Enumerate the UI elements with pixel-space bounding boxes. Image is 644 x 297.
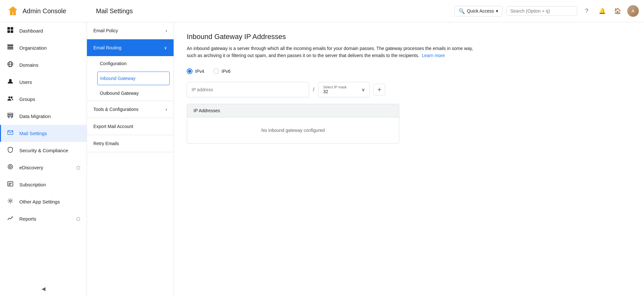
home-button[interactable]: 🏠 — [612, 5, 623, 17]
sidebar-item-label: Mail Settings — [19, 131, 80, 136]
svg-rect-20 — [8, 182, 13, 186]
svg-point-12 — [9, 79, 12, 82]
groups-icon — [6, 95, 14, 103]
sidebar-item-label: Groups — [19, 96, 80, 102]
sidebar-collapse-button[interactable]: ◀ — [0, 281, 87, 297]
nav-section-email-routing: Email Routing ∨ Configuration Inbound Ga… — [87, 39, 174, 101]
sidebar-item-domains[interactable]: Domains — [0, 56, 87, 74]
nav-section-tools-configurations: Tools & Configurations › — [87, 101, 174, 118]
content-area: Inbound Gateway IP Addresses An inbound … — [174, 22, 644, 297]
sidebar-item-label: Organization — [19, 45, 80, 51]
export-mail-label: Export Mail Account — [93, 124, 133, 129]
tools-configurations-label: Tools & Configurations — [93, 107, 138, 112]
user-avatar[interactable]: A — [627, 5, 639, 17]
search-icon: 🔍 — [459, 8, 465, 14]
nav-item-email-routing[interactable]: Email Routing ∨ — [87, 39, 174, 56]
chevron-right-icon: › — [166, 107, 167, 112]
svg-rect-3 — [7, 30, 10, 33]
svg-rect-2 — [11, 27, 13, 30]
nav-sub-item-inbound-gateway[interactable]: Inbound Gateway — [97, 72, 170, 85]
sidebar-item-label: Reports — [19, 216, 71, 222]
sidebar-item-label: Dashboard — [19, 28, 80, 34]
sidebar-item-groups[interactable]: Groups — [0, 91, 87, 108]
sidebar-item-subscription[interactable]: Subscription — [0, 176, 87, 193]
sidebar-item-other-app-settings[interactable]: Other App Settings — [0, 193, 87, 210]
quick-access-label: Quick Access — [467, 8, 494, 14]
svg-point-18 — [8, 164, 13, 169]
ipv4-radio-circle — [187, 68, 193, 74]
chevron-down-icon: ∨ — [362, 87, 365, 92]
header: Admin Console Mail Settings 🔍 Quick Acce… — [0, 0, 644, 22]
ip-table-empty-message: No inbound gateway configured — [187, 117, 399, 143]
svg-rect-4 — [11, 30, 13, 33]
svg-point-14 — [11, 96, 13, 98]
svg-rect-15 — [8, 113, 13, 114]
ip-mask-content: Select IP mask 32 — [323, 85, 346, 94]
sidebar-item-mail-settings[interactable]: Mail Settings — [0, 125, 87, 142]
nav-sub-item-outbound-gateway[interactable]: Outbound Gateway — [87, 86, 174, 101]
plus-icon: + — [377, 85, 382, 94]
add-ip-button[interactable]: + — [374, 84, 385, 95]
organization-icon — [6, 44, 14, 52]
svg-rect-16 — [8, 115, 13, 116]
mail-settings-icon — [6, 129, 14, 137]
sidebar-item-reports[interactable]: Reports ⬡ — [0, 210, 87, 227]
sidebar-item-data-migration[interactable]: Data Migration — [0, 108, 87, 125]
ipv6-radio-option[interactable]: IPv6 — [213, 68, 231, 74]
dashboard-icon — [6, 27, 14, 35]
external-link-icon: ⬡ — [76, 165, 80, 170]
sidebar-item-label: Subscription — [19, 182, 80, 187]
logo-area: Admin Console — [5, 5, 92, 17]
sidebar: Dashboard Organization Domains Users Gro — [0, 22, 87, 297]
nav-item-tools-configurations[interactable]: Tools & Configurations › — [87, 101, 174, 118]
ip-mask-dropdown[interactable]: Select IP mask 32 ∨ — [318, 82, 370, 97]
security-icon — [6, 146, 14, 154]
external-link-icon: ⬡ — [76, 216, 80, 222]
sidebar-item-organization[interactable]: Organization — [0, 39, 87, 56]
search-input[interactable] — [510, 8, 573, 14]
ip-table-header: IP Addresses — [187, 104, 399, 117]
svg-point-19 — [9, 166, 11, 168]
sidebar-item-security-compliance[interactable]: Security & Compliance — [0, 142, 87, 159]
ediscovery-icon — [6, 163, 14, 172]
nav-section-email-policy: Email Policy › — [87, 22, 174, 39]
ipv4-label: IPv4 — [195, 69, 204, 74]
svg-rect-6 — [7, 47, 13, 48]
help-button[interactable]: ? — [581, 5, 592, 17]
ip-address-input[interactable] — [187, 82, 309, 97]
email-policy-label: Email Policy — [93, 28, 118, 33]
reports-icon — [6, 215, 14, 223]
sidebar-item-ediscovery[interactable]: eDiscovery ⬡ — [0, 159, 87, 176]
retry-emails-label: Retry Emails — [93, 141, 119, 146]
chevron-right-icon: › — [166, 28, 167, 33]
quick-access-button[interactable]: 🔍 Quick Access ▾ — [454, 6, 502, 16]
nav-item-export-mail-account[interactable]: Export Mail Account — [87, 118, 174, 135]
ipv4-radio-dot — [188, 70, 191, 73]
sidebar-item-users[interactable]: Users — [0, 74, 87, 91]
nav-item-email-policy[interactable]: Email Policy › — [87, 22, 174, 39]
learn-more-link[interactable]: Learn more — [422, 53, 445, 58]
nav-sub-item-configuration[interactable]: Configuration — [87, 56, 174, 71]
sidebar-item-dashboard[interactable]: Dashboard — [0, 22, 87, 39]
ip-mask-select-label: Select IP mask — [323, 85, 346, 89]
sidebar-item-label: Users — [19, 79, 80, 85]
admin-logo-icon — [6, 5, 19, 17]
nav-item-retry-emails[interactable]: Retry Emails — [87, 135, 174, 152]
content-title: Inbound Gateway IP Addresses — [187, 33, 631, 41]
ipv6-radio-circle — [213, 68, 219, 74]
sidebar-item-label: Data Migration — [19, 114, 80, 119]
nav-section-retry-emails: Retry Emails — [87, 135, 174, 152]
main-layout: Dashboard Organization Domains Users Gro — [0, 22, 644, 297]
slash-separator: / — [313, 87, 314, 93]
app-title: Admin Console — [23, 7, 66, 15]
sidebar-item-label: Security & Compliance — [19, 148, 80, 153]
sidebar-item-label: eDiscovery — [19, 165, 71, 170]
ipv4-radio-option[interactable]: IPv4 — [187, 68, 204, 74]
search-bar[interactable] — [506, 6, 577, 16]
svg-point-24 — [9, 200, 11, 202]
outbound-gateway-label: Outbound Gateway — [100, 91, 139, 96]
subscription-icon — [6, 181, 14, 189]
notifications-button[interactable]: 🔔 — [596, 5, 608, 17]
users-icon — [6, 78, 14, 86]
ip-input-row: / Select IP mask 32 ∨ + — [187, 82, 631, 97]
